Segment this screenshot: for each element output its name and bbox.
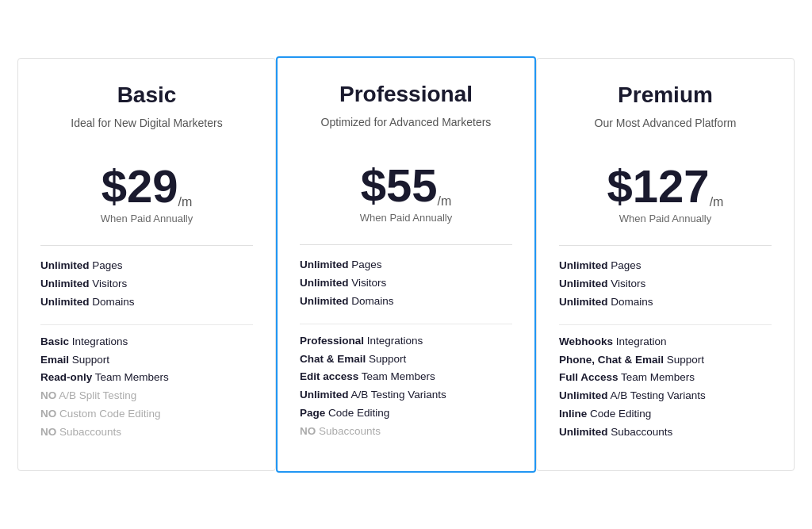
feature-item: Edit access Team Members <box>300 368 512 386</box>
group-divider-basic-0 <box>40 324 253 325</box>
feature-item: NO Subaccounts <box>40 424 253 442</box>
feature-item: NO Custom Code Editing <box>40 405 253 424</box>
plan-divider-top-professional <box>300 244 512 245</box>
feature-item: Professional Integrations <box>300 332 512 351</box>
plan-price-amount-premium: $127 <box>607 160 710 212</box>
feature-item: Unlimited Pages <box>40 257 253 275</box>
plan-name-professional: Professional <box>300 82 512 107</box>
plan-name-premium: Premium <box>559 82 772 108</box>
plan-subtitle-professional: Optimized for Advanced Marketers <box>300 115 512 148</box>
feature-item: Unlimited A/B Testing Variants <box>559 387 772 405</box>
feature-item: Unlimited Domains <box>300 293 512 311</box>
feature-group-premium-1: Webhooks IntegrationPhone, Chat & Email … <box>559 333 772 443</box>
feature-item: NO A/B Split Testing <box>40 387 253 405</box>
feature-item: Phone, Chat & Email Support <box>559 351 772 370</box>
plan-billing-professional: When Paid Annually <box>300 212 512 224</box>
plan-price-premium: $127/m <box>559 163 772 209</box>
plan-price-period-basic: /m <box>178 195 193 209</box>
feature-item: Full Access Team Members <box>559 369 772 387</box>
feature-item: Webhooks Integration <box>559 333 772 351</box>
pricing-table: BasicIdeal for New Digital Marketers$29/… <box>17 58 795 471</box>
feature-item: Page Code Editing <box>300 404 512 423</box>
plan-card-premium: PremiumOur Most Advanced Platform$127/mW… <box>536 58 795 471</box>
plan-billing-premium: When Paid Annually <box>559 213 772 224</box>
plan-price-period-premium: /m <box>710 195 724 209</box>
feature-item: Email Support <box>40 351 253 370</box>
plan-divider-top-basic <box>40 245 253 246</box>
group-divider-professional-0 <box>300 324 512 324</box>
plan-price-amount-basic: $29 <box>102 160 178 212</box>
feature-item: Unlimited Pages <box>559 257 772 275</box>
feature-group-basic-0: Unlimited PagesUnlimited VisitorsUnlimit… <box>40 257 253 312</box>
feature-item: Unlimited Pages <box>300 256 512 274</box>
feature-item: Unlimited Visitors <box>559 275 772 293</box>
feature-item: Unlimited Domains <box>40 293 253 312</box>
feature-group-basic-1: Basic IntegrationsEmail SupportRead-only… <box>40 333 253 443</box>
feature-group-professional-1: Professional IntegrationsChat & Email Su… <box>300 332 512 442</box>
plan-card-professional: ProfessionalOptimized for Advanced Marke… <box>276 56 536 473</box>
feature-item: Unlimited Visitors <box>40 275 253 293</box>
feature-group-professional-0: Unlimited PagesUnlimited VisitorsUnlimit… <box>300 256 512 311</box>
plan-subtitle-basic: Ideal for New Digital Marketers <box>40 116 253 149</box>
plan-subtitle-premium: Our Most Advanced Platform <box>559 116 772 149</box>
plan-name-basic: Basic <box>40 82 253 108</box>
plan-card-basic: BasicIdeal for New Digital Marketers$29/… <box>17 58 276 471</box>
plan-price-amount-professional: $55 <box>361 159 438 211</box>
plan-price-period-professional: /m <box>438 194 452 208</box>
feature-item: Basic Integrations <box>40 333 253 351</box>
plan-price-basic: $29/m <box>40 163 253 209</box>
feature-item: Unlimited Domains <box>559 293 772 312</box>
feature-item: Read-only Team Members <box>40 369 253 387</box>
feature-item: Unlimited A/B Testing Variants <box>300 386 512 404</box>
feature-item: Inline Code Editing <box>559 405 772 424</box>
feature-item: NO Subaccounts <box>300 423 512 441</box>
plan-billing-basic: When Paid Annually <box>40 213 253 224</box>
group-divider-premium-0 <box>559 324 772 325</box>
plan-divider-top-premium <box>559 245 772 246</box>
plan-price-professional: $55/m <box>300 163 512 209</box>
feature-item: Unlimited Subaccounts <box>559 424 772 442</box>
feature-item: Unlimited Visitors <box>300 274 512 293</box>
feature-group-premium-0: Unlimited PagesUnlimited VisitorsUnlimit… <box>559 257 772 312</box>
feature-item: Chat & Email Support <box>300 351 512 369</box>
